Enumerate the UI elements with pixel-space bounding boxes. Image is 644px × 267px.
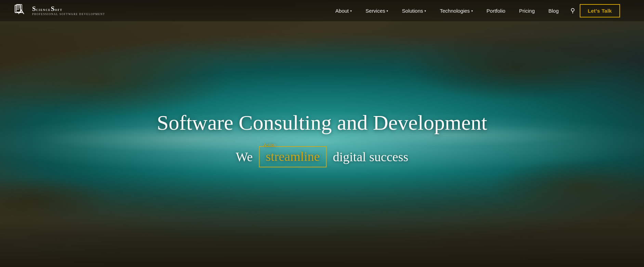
action-label: Action [264,143,276,147]
nav-portfolio[interactable]: Portfolio [480,0,512,21]
action-word: streamline [266,149,320,164]
svg-rect-1 [16,4,22,12]
hero-subtitle-post: digital success [333,149,408,164]
nav-solutions[interactable]: Solutions ▾ [395,0,433,21]
hero-content: Software Consulting and Development We A… [0,0,644,267]
hero-section: ScienceSoft Professional Software Develo… [0,0,644,267]
nav-technologies[interactable]: Technologies ▾ [433,0,480,21]
chevron-down-icon: ▾ [350,9,352,13]
nav-services[interactable]: Services ▾ [359,0,395,21]
lets-talk-button[interactable]: Let's Talk [580,4,620,17]
logo-tagline: Professional Software Development [32,13,105,16]
hero-title: Software Consulting and Development [157,110,487,135]
chevron-down-icon: ▾ [386,9,388,13]
nav-blog[interactable]: Blog [541,0,565,21]
search-icon: ⚲ [570,7,575,14]
logo[interactable]: ScienceSoft Professional Software Develo… [14,3,105,18]
navbar: ScienceSoft Professional Software Develo… [0,0,644,21]
hero-subtitle-pre: We [236,149,253,164]
logo-text: ScienceSoft Professional Software Develo… [32,5,105,16]
search-button[interactable]: ⚲ [566,0,580,21]
nav-about[interactable]: About ▾ [329,0,359,21]
nav-links: About ▾ Services ▾ Solutions ▾ Technolog… [329,0,620,21]
chevron-down-icon: ▾ [424,9,426,13]
logo-icon [14,3,29,18]
chevron-down-icon: ▾ [471,9,473,13]
action-streamline-box: Action streamline [259,146,327,167]
logo-name: ScienceSoft [32,5,105,13]
nav-pricing[interactable]: Pricing [512,0,542,21]
hero-subtitle: We Action streamline digital success [236,146,408,167]
